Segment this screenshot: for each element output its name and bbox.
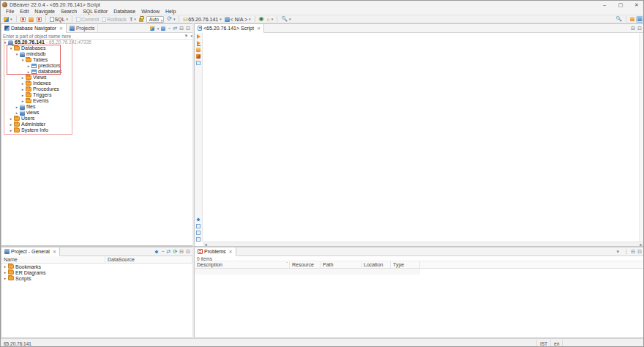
- close-icon[interactable]: ✕: [257, 26, 261, 31]
- tree-item-databases[interactable]: ▸databases: [1, 69, 192, 75]
- export-resultset-icon[interactable]: [196, 48, 201, 52]
- tree-item-views[interactable]: ▸Views: [1, 75, 192, 81]
- tab-projects[interactable]: Projects: [67, 24, 98, 32]
- expand-arrow-icon[interactable]: ▸: [3, 276, 7, 280]
- tasks-button[interactable]: ◉: [258, 15, 266, 23]
- refresh-button[interactable]: ⟳▾: [165, 15, 176, 23]
- expand-arrow-icon[interactable]: ▸: [9, 116, 13, 122]
- expand-arrow-icon[interactable]: ▸: [3, 270, 7, 275]
- sql-console-icon[interactable]: [196, 217, 201, 222]
- lock-button[interactable]: [138, 15, 145, 23]
- load-script-icon[interactable]: [196, 231, 201, 235]
- collapse-all-icon[interactable]: −: [168, 24, 171, 33]
- menu-database[interactable]: Database: [111, 9, 138, 15]
- tree-item-procedures[interactable]: ▸Procedures: [1, 86, 192, 92]
- minimize-view-icon[interactable]: ⊟: [631, 247, 635, 256]
- tab-project-general[interactable]: Project - General ✕: [1, 247, 60, 256]
- tree-item-administer[interactable]: ▸Administer: [1, 122, 192, 127]
- tab-problems[interactable]: Problems ✕: [195, 247, 236, 256]
- expand-arrow-icon[interactable]: ▸: [15, 104, 19, 110]
- filter-funnel-icon[interactable]: ▼: [184, 34, 190, 38]
- collapse-arrow-icon[interactable]: ▾: [3, 40, 7, 45]
- menu-search[interactable]: Search: [58, 9, 80, 15]
- toolbar-search-button[interactable]: 🔍▾: [280, 15, 292, 23]
- minimize-button[interactable]: –: [596, 1, 613, 9]
- column-header-location[interactable]: Location: [362, 261, 391, 268]
- tab-sql-script[interactable]: <65.20.76.141> Script ✕: [195, 24, 264, 33]
- status-language[interactable]: en: [551, 340, 563, 347]
- close-icon[interactable]: ✕: [53, 249, 56, 254]
- column-header-path[interactable]: Path: [321, 261, 362, 268]
- new-object-icon[interactable]: [150, 26, 154, 31]
- sql-editor-body[interactable]: ◀ ▶: [195, 33, 644, 247]
- perspective-other-button[interactable]: [629, 16, 636, 23]
- tree-item-events[interactable]: ▸Events: [1, 98, 192, 104]
- column-header-description[interactable]: Descriptionˆ: [195, 261, 290, 268]
- execute-script-icon[interactable]: [197, 41, 201, 45]
- explain-plan-icon[interactable]: [196, 54, 201, 59]
- menu-window[interactable]: Window: [138, 9, 162, 15]
- expand-arrow-icon[interactable]: ▸: [20, 98, 25, 104]
- expand-arrow-icon[interactable]: ▸: [20, 81, 25, 86]
- tree-item-files[interactable]: ▸files: [1, 104, 192, 110]
- close-icon[interactable]: ✕: [229, 249, 233, 254]
- tree-item-views[interactable]: ▸views: [1, 110, 192, 116]
- isolation-combo[interactable]: Auto: [145, 15, 165, 23]
- disconnect-button[interactable]: [27, 15, 35, 23]
- column-header-datasource[interactable]: DataSource: [105, 256, 192, 263]
- status-timezone[interactable]: IST: [536, 340, 551, 347]
- active-connection-selector[interactable]: ⛁65.20.76.141▾: [181, 15, 222, 23]
- quick-access-search-button[interactable]: 🔍: [614, 15, 624, 23]
- refresh-tree-icon[interactable]: ⇄: [173, 24, 177, 33]
- close-icon[interactable]: ✕: [59, 26, 63, 31]
- project-row-bookmarks[interactable]: ▸Bookmarks: [1, 264, 192, 269]
- compare-button[interactable]: ⌂▾: [266, 15, 275, 23]
- column-header-name[interactable]: Name: [1, 256, 105, 263]
- link-with-editor-icon[interactable]: ⇄: [167, 247, 171, 256]
- menu-navigate[interactable]: Navigate: [31, 9, 58, 15]
- close-button[interactable]: ✕: [629, 1, 644, 9]
- invalidate-button[interactable]: [35, 15, 43, 23]
- horizontal-sash[interactable]: [1, 246, 644, 247]
- collapse-arrow-icon[interactable]: ▾: [20, 57, 25, 63]
- tree-item-predictors[interactable]: ▸predictors: [1, 63, 192, 69]
- editor-vertical-scrollbar[interactable]: [639, 33, 644, 242]
- menu-sql-editor[interactable]: SQL Editor: [80, 9, 111, 15]
- column-header-resource[interactable]: Resource: [290, 261, 321, 268]
- maximize-button[interactable]: ▢: [613, 1, 629, 9]
- execute-statement-icon[interactable]: [197, 34, 201, 39]
- tree-item-users[interactable]: ▸Users: [1, 116, 192, 122]
- expand-arrow-icon[interactable]: ▸: [3, 264, 7, 269]
- statement-info-icon[interactable]: [196, 61, 201, 65]
- save-script-icon[interactable]: [196, 224, 201, 228]
- vertical-sash[interactable]: [192, 23, 194, 338]
- expand-arrow-icon[interactable]: ▸: [20, 92, 25, 98]
- menu-edit[interactable]: Edit: [17, 9, 31, 15]
- project-row-er-diagrams[interactable]: ▸ER Diagrams: [1, 269, 192, 275]
- connect-button[interactable]: [19, 15, 27, 23]
- project-row-scripts[interactable]: ▸Scripts: [1, 275, 192, 281]
- tree-item-mindsdb[interactable]: ▾mindsdb: [1, 51, 192, 57]
- refresh-icon[interactable]: ⟳: [173, 247, 177, 256]
- tree-item-65-20-76-141[interactable]: ▾65.20.76.141 - 65.20.76.141:47335: [1, 40, 192, 45]
- maximize-view-icon[interactable]: ⊡: [186, 247, 190, 256]
- perspective-dbeaver-button[interactable]: [636, 16, 643, 23]
- collapse-all-icon[interactable]: −: [161, 247, 164, 256]
- minimize-view-icon[interactable]: ⊟: [631, 24, 635, 33]
- commit-button[interactable]: Commit: [75, 15, 100, 23]
- copy-script-icon[interactable]: [196, 237, 201, 242]
- expand-arrow-icon[interactable]: ▸: [20, 75, 25, 81]
- tree-item-system-info[interactable]: ▸System Info: [1, 127, 192, 133]
- tree-item-tables[interactable]: ▾Tables: [1, 57, 192, 63]
- collapse-arrow-icon[interactable]: ▾: [9, 45, 13, 51]
- active-schema-selector[interactable]: < N/A >▾: [223, 15, 252, 23]
- new-connection-button[interactable]: ▾: [2, 15, 14, 23]
- filter-funnel-icon[interactable]: ▼: [615, 247, 621, 256]
- tree-item-indexes[interactable]: ▸Indexes: [1, 81, 192, 86]
- expand-arrow-icon[interactable]: ▸: [20, 86, 25, 92]
- view-menu-icon[interactable]: ⋮: [624, 247, 629, 256]
- tree-item-databases[interactable]: ▾Databases: [1, 45, 192, 51]
- expand-arrow-icon[interactable]: ▸: [15, 110, 19, 116]
- expand-arrow-icon[interactable]: ▸: [26, 69, 31, 75]
- expand-arrow-icon[interactable]: ▸: [26, 63, 31, 69]
